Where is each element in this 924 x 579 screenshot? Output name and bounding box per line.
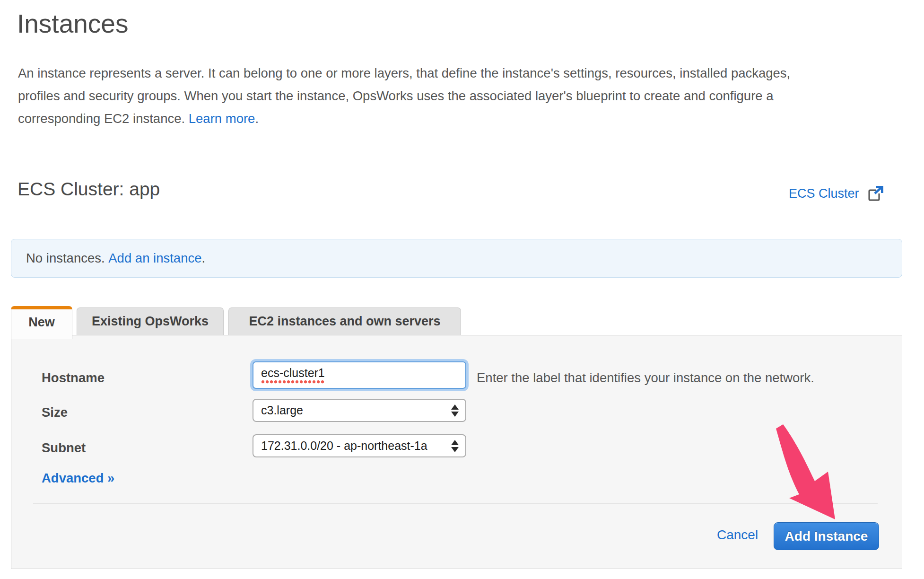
size-label: Size: [42, 405, 68, 420]
page-description: An instance represents a server. It can …: [18, 62, 790, 130]
subnet-select-value: 172.31.0.0/20 - ap-northeast-1a: [261, 439, 427, 453]
new-instance-form-panel: Hostname ecs-cluster1 Enter the label th…: [11, 335, 902, 569]
cancel-link[interactable]: Cancel: [717, 527, 758, 543]
size-select[interactable]: c3.large: [253, 399, 466, 422]
select-stepper-icon: [451, 404, 459, 417]
description-period: .: [255, 111, 259, 126]
tab-ec2-instances-and-own-servers[interactable]: EC2 instances and own servers: [228, 307, 461, 335]
opsworks-instances-page: Instances An instance represents a serve…: [0, 0, 924, 579]
section-heading: ECS Cluster: app: [17, 179, 160, 200]
hostname-input[interactable]: ecs-cluster1: [253, 361, 466, 389]
ecs-cluster-link[interactable]: ECS Cluster: [789, 186, 859, 201]
page-title: Instances: [17, 9, 128, 39]
learn-more-link[interactable]: Learn more: [189, 111, 255, 126]
ecs-cluster-link-wrap: ECS Cluster: [789, 185, 884, 202]
hostname-help-text: Enter the label that identifies your ins…: [477, 370, 814, 386]
form-divider: [33, 503, 878, 504]
add-an-instance-link[interactable]: Add an instance: [108, 251, 201, 266]
hostname-label: Hostname: [42, 370, 105, 386]
tab-new[interactable]: New: [11, 306, 72, 339]
description-line-2: profiles and security groups. When you s…: [18, 85, 790, 107]
no-instances-notice: No instances. Add an instance.: [11, 239, 902, 278]
external-link-icon[interactable]: [867, 185, 884, 202]
description-line-1: An instance represents a server. It can …: [18, 62, 790, 85]
hostname-input-value: ecs-cluster1: [261, 366, 325, 384]
description-line-3: corresponding EC2 instance. Learn more.: [18, 107, 790, 130]
advanced-link[interactable]: Advanced »: [42, 471, 114, 486]
add-instance-button[interactable]: Add Instance: [774, 522, 879, 550]
size-select-value: c3.large: [261, 404, 303, 417]
tab-existing-opsworks[interactable]: Existing OpsWorks: [77, 307, 224, 335]
description-line-3-text: corresponding EC2 instance.: [18, 111, 189, 126]
notice-text: No instances.: [26, 251, 108, 266]
subnet-label: Subnet: [42, 440, 86, 456]
select-stepper-icon: [451, 440, 459, 452]
notice-period: .: [202, 251, 206, 266]
subnet-select[interactable]: 172.31.0.0/20 - ap-northeast-1a: [253, 434, 466, 457]
